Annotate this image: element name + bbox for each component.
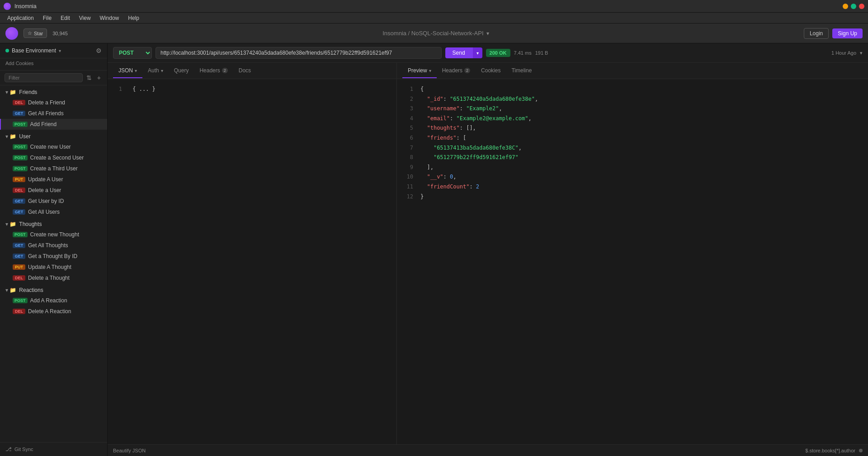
tab-preview-chevron: ▾ — [429, 68, 431, 73]
tab-auth-chevron: ▾ — [161, 68, 163, 73]
time-ago-chevron[interactable]: ▾ — [860, 50, 863, 56]
tab-response-headers[interactable]: Headers 2 — [437, 64, 476, 78]
item-name: Get User by ID — [28, 198, 64, 204]
sidebar-item-create-new-thought[interactable]: POST Create new Thought — [0, 229, 107, 240]
tab-query[interactable]: Query — [169, 64, 194, 78]
response-line-8: 8 "6512779b22ff9d591621ef97" — [404, 153, 861, 163]
jsonpath-label: $.store.books[*].author — [805, 448, 855, 453]
minimize-button[interactable] — [843, 4, 848, 9]
menu-edit[interactable]: Edit — [57, 14, 74, 22]
response-size: 191 B — [535, 50, 548, 56]
method-badge: POST — [13, 166, 28, 171]
method-badge: POST — [13, 155, 28, 160]
item-name: Delete A Reaction — [28, 308, 71, 315]
env-name-area[interactable]: Base Environment ▾ — [5, 47, 61, 54]
sidebar-footer: ⎇ Git Sync — [0, 442, 107, 456]
menu-help[interactable]: Help — [124, 14, 143, 22]
folder-icon: ▾ 📁 — [5, 89, 16, 95]
beautify-json-label[interactable]: Beautify JSON — [113, 448, 146, 453]
tab-headers[interactable]: Headers 2 — [194, 64, 233, 78]
sidebar-item-get-all-thoughts[interactable]: GET Get All Thoughts — [0, 240, 107, 251]
tab-auth[interactable]: Auth ▾ — [142, 64, 169, 78]
menu-application[interactable]: Application — [4, 14, 38, 22]
response-line-12: 12} — [404, 192, 861, 202]
response-line-5: 5 "thoughts": [], — [404, 123, 861, 133]
tab-timeline[interactable]: Timeline — [506, 64, 537, 78]
menu-file[interactable]: File — [39, 14, 55, 22]
content-area: POST GET PUT DELETE Send ▾ 200 OK 7.41 m… — [108, 43, 868, 456]
send-dropdown-button[interactable]: ▾ — [472, 47, 482, 58]
response-line-2: 2 "_id": "651374240a5dada680efe38e", — [404, 94, 861, 104]
login-button[interactable]: Login — [804, 28, 829, 39]
logo-area — [5, 27, 18, 40]
sidebar-item-delete-friend[interactable]: DEL Delete a Friend — [0, 97, 107, 108]
group-reactions-header[interactable]: ▾ 📁 Reactions — [0, 283, 107, 295]
sidebar-item-update-user[interactable]: PUT Update A User — [0, 174, 107, 185]
close-button[interactable] — [859, 4, 864, 9]
response-time: 7.41 ms — [514, 50, 532, 56]
tab-docs[interactable]: Docs — [233, 64, 256, 78]
item-name: Delete a Thought — [28, 275, 70, 281]
tab-cookies-label: Cookies — [481, 67, 500, 74]
star-count: 30,945 — [52, 31, 68, 36]
tab-headers-label: Headers — [199, 67, 220, 74]
item-name: Update A User — [28, 176, 63, 183]
filter-sort-button[interactable]: ⇅ — [85, 73, 94, 82]
sidebar-item-create-third-user[interactable]: POST Create a Third User — [0, 163, 107, 174]
sidebar-item-get-all-users[interactable]: GET Get All Users — [0, 207, 107, 217]
sidebar-item-add-friend[interactable]: POST Add Friend — [0, 119, 107, 130]
menu-view[interactable]: View — [75, 14, 94, 22]
tab-preview[interactable]: Preview ▾ — [402, 64, 437, 78]
method-badge: POST — [13, 298, 28, 303]
git-sync-label[interactable]: Git Sync — [14, 447, 33, 452]
window-title: Insomnia — [14, 3, 843, 9]
sidebar-item-add-reaction[interactable]: POST Add A Reaction — [0, 295, 107, 306]
response-line-9: 9 ], — [404, 163, 861, 173]
collection-chevron[interactable]: ▾ — [486, 30, 489, 37]
logo-icon — [5, 27, 18, 40]
environment-selector[interactable]: Base Environment ▾ ⚙ — [0, 43, 107, 58]
star-button[interactable]: ☆ Star — [24, 28, 47, 38]
folder-icon-user: ▾ 📁 — [5, 133, 16, 140]
statusbar: Beautify JSON $.store.books[*].author — [108, 444, 868, 456]
add-cookies-link[interactable]: Add Cookies — [5, 61, 33, 66]
group-user-header[interactable]: ▾ 📁 User — [0, 130, 107, 141]
item-name: Create a Third User — [30, 165, 78, 172]
group-friends-header[interactable]: ▾ 📁 Friends — [0, 85, 107, 97]
signup-button[interactable]: Sign Up — [832, 28, 863, 38]
sidebar-item-get-thought-by-id[interactable]: GET Get a Thought By ID — [0, 251, 107, 262]
menu-window[interactable]: Window — [96, 14, 123, 22]
method-select[interactable]: POST GET PUT DELETE — [113, 47, 152, 59]
sidebar-item-delete-user[interactable]: DEL Delete a User — [0, 185, 107, 196]
sidebar-item-delete-reaction[interactable]: DEL Delete A Reaction — [0, 306, 107, 317]
sidebar-item-create-second-user[interactable]: POST Create a Second User — [0, 152, 107, 163]
tab-cookies[interactable]: Cookies — [476, 64, 506, 78]
sidebar-item-get-user-by-id[interactable]: GET Get User by ID — [0, 196, 107, 207]
env-settings-button[interactable]: ⚙ — [96, 47, 102, 54]
filter-add-button[interactable]: + — [95, 73, 103, 82]
filter-input[interactable] — [5, 73, 83, 82]
sidebar-item-update-thought[interactable]: PUT Update A Thought — [0, 262, 107, 273]
response-tabs: Preview ▾ Headers 2 Cookies Timeline — [397, 63, 868, 79]
group-thoughts-header[interactable]: ▾ 📁 Thoughts — [0, 217, 107, 229]
app-icon — [4, 3, 11, 10]
status-indicator — [859, 449, 863, 452]
maximize-button[interactable] — [851, 4, 856, 9]
topbar-right: Login Sign Up — [804, 28, 863, 39]
method-badge: DEL — [13, 309, 25, 314]
env-chevron-icon: ▾ — [59, 48, 61, 53]
url-input[interactable] — [156, 47, 442, 59]
sidebar-item-delete-thought[interactable]: DEL Delete a Thought — [0, 273, 107, 283]
method-badge: GET — [13, 254, 25, 259]
group-thoughts-name: Thoughts — [19, 221, 42, 227]
send-button[interactable]: Send — [445, 47, 472, 58]
statusbar-right: $.store.books[*].author — [805, 448, 863, 453]
group-reactions-name: Reactions — [19, 287, 43, 293]
method-badge-del: DEL — [13, 100, 25, 105]
sidebar-item-create-new-user[interactable]: POST Create new User — [0, 141, 107, 152]
request-panel: JSON ▾ Auth ▾ Query Headers 2 — [108, 63, 397, 444]
sidebar-item-get-all-friends[interactable]: GET Get All Friends — [0, 108, 107, 119]
topbar-center: Insomnia / NoSQL-Social-Network-API ▾ — [73, 30, 798, 37]
tab-json[interactable]: JSON ▾ — [113, 64, 142, 78]
sidebar: Base Environment ▾ ⚙ Add Cookies ⇅ + ▾ 📁… — [0, 43, 108, 456]
